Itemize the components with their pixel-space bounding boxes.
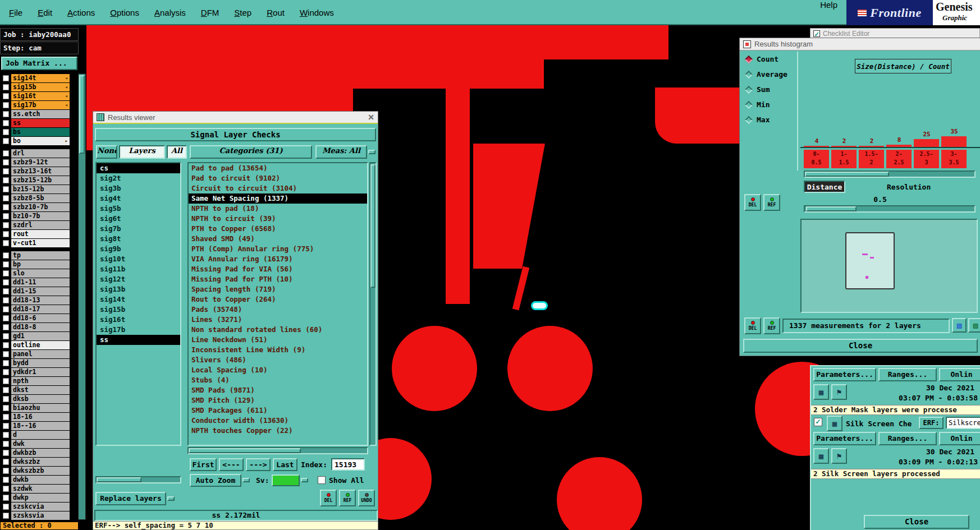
layer-visibility-checkbox[interactable] [3,306,9,312]
histogram-bin[interactable]: 2.5-3 [914,150,939,168]
layer-visibility-checkbox[interactable] [3,297,9,303]
sidebar-layer-sig14t[interactable]: sig14t◂ [1,73,77,82]
category-item[interactable]: NPTH to circuit (39) [189,214,367,224]
silk-screen-checkbox[interactable] [814,418,822,426]
category-item[interactable]: SMD Pads (9871) [189,385,367,395]
board-preview[interactable] [800,219,978,313]
category-item[interactable]: PTH to Copper (6568) [189,224,367,234]
sidebar-layer-szbz10-7b[interactable]: szbz10-7b [1,202,77,211]
layer-visibility-checkbox[interactable] [3,111,9,117]
histogram-del-button[interactable]: DEL [744,194,761,211]
viewer-ref-button[interactable]: REF [339,490,356,506]
sidebar-layer-bz10-7b[interactable]: bz10-7b [1,211,77,220]
sidebar-layer-tp[interactable]: tp [1,251,77,260]
layer-visibility-checkbox[interactable] [3,405,9,411]
next-button[interactable]: ---> [246,458,271,471]
layer-visibility-checkbox[interactable] [3,213,9,219]
categories-header-button[interactable]: Categories (31) [190,145,312,159]
layer-visibility-checkbox[interactable] [3,396,9,402]
command-console[interactable]: ERF--> self_spacing = 5 7 10 [93,521,378,530]
stat-option-average[interactable]: Average [741,67,797,82]
sidebar-layer-dwkp[interactable]: dwkp [1,493,77,502]
ranges-button[interactable]: Ranges... [878,432,937,445]
sidebar-layer-bp[interactable]: bp [1,260,77,269]
sidebar-layer-ydkdr1[interactable]: ydkdr1 [1,367,77,376]
menu-item-help[interactable]: Help [820,0,837,10]
sidebar-layer-dd18-8[interactable]: dd18-8 [1,322,77,331]
sidebar-layer-dd18-17[interactable]: dd18-17 [1,305,77,314]
prev-button[interactable]: <--- [219,458,244,471]
histogram-ref-button[interactable]: REF [763,317,780,334]
layer-visibility-checkbox[interactable] [3,288,9,294]
erf-button[interactable]: ERF: [919,417,944,429]
layer-visibility-checkbox[interactable] [3,423,9,429]
layer-visibility-checkbox[interactable] [3,459,9,465]
layer-visibility-checkbox[interactable] [3,204,9,210]
sidebar-layer-slo[interactable]: slo [1,269,77,278]
filter-layers-button[interactable]: Layers [119,145,165,159]
print-icon-button[interactable]: ▨ [968,318,980,333]
sidebar-layer-drl[interactable]: drl [1,149,77,158]
viewer-layer-sig10t[interactable]: sig10t [97,254,180,264]
viewer-del-button[interactable]: DEL [320,490,337,506]
replace-layers-dropdown[interactable]: Replace layers [95,492,166,505]
category-item[interactable]: Non standard rotated lines (60) [189,325,367,335]
index-input[interactable] [331,458,365,471]
results-viewer-window[interactable]: Results viewer ✕ Signal Layer Checks Non… [93,111,378,523]
category-item[interactable]: Slivers (486) [189,355,367,365]
layer-visibility-checkbox[interactable] [3,93,9,99]
sidebar-layer-gd1[interactable]: gd1 [1,331,77,340]
viewer-undo-button[interactable]: UNDO [358,490,375,506]
layer-visibility-checkbox[interactable] [3,84,9,90]
viewer-layer-sig3b[interactable]: sig3b [97,183,180,193]
sidebar-layer-rout[interactable]: rout [1,229,77,238]
layer-visibility-checkbox[interactable] [3,159,9,165]
sidebar-layer-ss.etch[interactable]: ss.etch [1,109,77,118]
category-item[interactable]: Shaved SMD (49) [189,234,367,244]
layer-visibility-checkbox[interactable] [3,279,9,285]
auto-zoom-dropdown[interactable]: Auto Zoom [190,474,241,487]
viewer-layer-sig8t[interactable]: sig8t [97,234,180,244]
layer-visibility-checkbox[interactable] [3,186,9,192]
viewer-layer-sig5b[interactable]: sig5b [97,204,180,214]
scrollbar-thumb[interactable] [805,172,889,177]
erf-value-field[interactable]: Silkscree [946,417,980,429]
silk-screen-icon-button[interactable]: ▦ [827,416,842,431]
sidebar-layer-dd1-15[interactable]: dd1-15 [1,287,77,296]
sidebar-layer-panel[interactable]: panel [1,349,77,358]
category-item[interactable]: Local Spacing (10) [189,365,367,375]
histogram-bin[interactable]: 3-3.5 [941,150,967,168]
layer-visibility-checkbox[interactable] [3,333,9,339]
category-item[interactable]: VIA Annular ring (16179) [189,254,367,264]
job-matrix-button[interactable]: Job Matrix ... [1,57,77,70]
scrollbar-thumb[interactable] [189,448,301,453]
sidebar-layer-outline[interactable]: outline [1,340,77,349]
scrollbar-thumb[interactable] [370,164,375,288]
sidebar-layer-dwk[interactable]: dwk [1,439,77,448]
layer-visibility-checkbox[interactable] [3,351,9,357]
histogram-bin[interactable]: 0-0.5 [804,150,829,168]
sidebar-layer-szbz9-12t[interactable]: szbz9-12t [1,158,77,167]
category-item[interactable]: Same Net Spacing (1337) [189,193,367,204]
show-all-checkbox[interactable] [318,476,326,484]
sidebar-layer-bz15-12b[interactable]: bz15-12b [1,185,77,193]
ranges-button[interactable]: Ranges... [878,368,937,381]
layer-visibility-checkbox[interactable] [3,378,9,384]
filter-all-button[interactable]: All [167,145,187,159]
histogram-hscrollbar[interactable] [804,170,976,178]
layer-visibility-checkbox[interactable] [3,486,9,492]
histogram-del-button[interactable]: DEL [744,317,761,334]
viewer-layer-sig16t[interactable]: sig16t [97,315,180,325]
sidebar-layer-biaozhu[interactable]: biaozhu [1,403,77,412]
sidebar-layer-szdrl[interactable]: szdrl [1,220,77,229]
layer-hscrollbar[interactable] [95,476,181,483]
histogram-ref-button[interactable]: REF [763,194,780,211]
layer-visibility-checkbox[interactable] [3,195,9,201]
layer-visibility-checkbox[interactable] [3,138,9,144]
viewer-layer-ss[interactable]: ss [97,335,180,345]
sidebar-layer-szbz13-16t[interactable]: szbz13-16t [1,167,77,176]
layer-visibility-checkbox[interactable] [3,240,9,246]
layer-visibility-checkbox[interactable] [3,261,9,268]
menu-item-file[interactable]: File [9,8,22,17]
layer-visibility-checkbox[interactable] [3,432,9,438]
